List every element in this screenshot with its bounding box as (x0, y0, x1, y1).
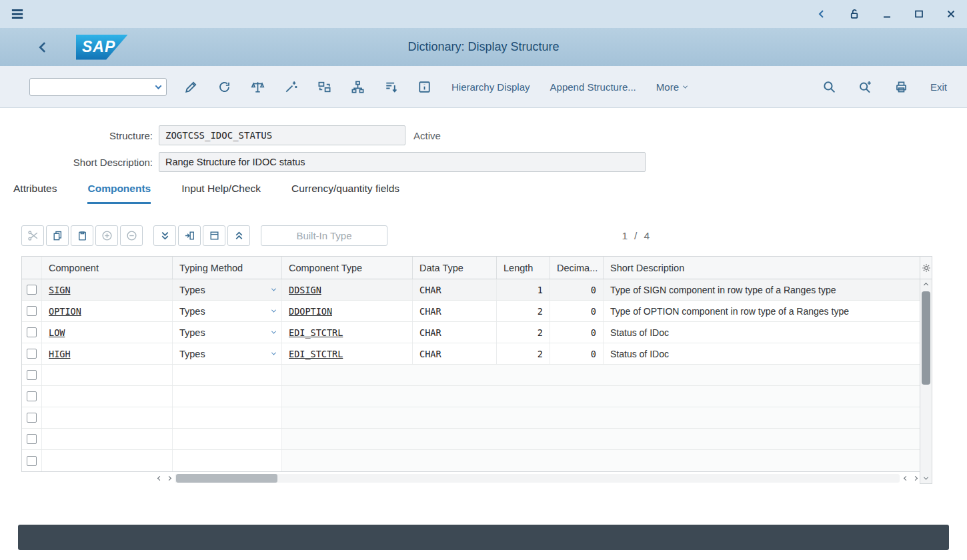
search-icon[interactable] (822, 80, 836, 94)
component-link[interactable]: HIGH (49, 349, 71, 359)
column-header-length[interactable]: Length (497, 257, 550, 279)
row-checkbox[interactable] (27, 434, 37, 444)
row-checkbox[interactable] (27, 370, 37, 380)
append-structure-button[interactable]: Append Structure... (550, 81, 636, 93)
header-back-icon[interactable] (36, 41, 49, 54)
component-link[interactable]: LOW (49, 327, 65, 338)
hscroll-left-icon[interactable] (155, 477, 164, 480)
paste-icon[interactable] (71, 225, 93, 246)
hscroll-left-end-icon[interactable] (901, 477, 910, 480)
tab-currency-quantity-fields[interactable]: Currency/quantity fields (291, 183, 399, 204)
row-checkbox[interactable] (27, 306, 37, 316)
structure-label: Structure: (0, 130, 159, 141)
print-icon[interactable] (894, 80, 908, 94)
hscroll-track[interactable] (175, 474, 900, 483)
column-header-component[interactable]: Component (42, 257, 173, 279)
more-label: More (656, 81, 679, 93)
select-layout-icon[interactable] (203, 225, 225, 246)
delete-row-icon[interactable] (120, 225, 143, 246)
component-link[interactable]: OPTION (49, 306, 81, 317)
column-header-decimals[interactable]: Decima... (550, 257, 604, 279)
hscroll-thumb[interactable] (176, 474, 277, 483)
builtin-type-button[interactable]: Built-In Type (261, 225, 387, 246)
page-indicator: 1 / 4 (622, 230, 650, 242)
decimals-cell: 0 (550, 322, 604, 343)
exit-button[interactable]: Exit (930, 81, 947, 93)
component-type-link[interactable]: DDSIGN (289, 285, 321, 295)
short-description-cell: Type of SIGN component in row type of a … (604, 279, 920, 300)
hierarchy-icon[interactable] (351, 80, 365, 94)
typing-method-value: Types (179, 349, 205, 359)
refresh-icon[interactable] (217, 80, 231, 94)
compare-icon[interactable] (317, 80, 331, 94)
page-up-icon[interactable] (227, 225, 250, 246)
command-field-chevron-down-icon[interactable] (155, 83, 162, 89)
menu-icon[interactable] (11, 7, 24, 21)
table-row-empty (22, 450, 920, 471)
component-link[interactable]: SIGN (49, 285, 71, 295)
page-current: 1 (622, 230, 628, 242)
vscroll-track[interactable] (920, 290, 932, 473)
row-checkbox[interactable] (27, 413, 37, 423)
length-cell: 2 (497, 301, 550, 321)
hscroll-right-end-icon[interactable] (910, 477, 920, 480)
search-plus-icon[interactable] (858, 80, 872, 94)
length-cell: 1 (497, 279, 550, 300)
copy-icon[interactable] (46, 225, 69, 246)
typing-method-value: Types (179, 327, 205, 338)
tab-input-help-check[interactable]: Input Help/Check (181, 183, 261, 204)
insert-row-icon[interactable] (95, 225, 118, 246)
row-checkbox[interactable] (27, 285, 37, 295)
row-checkbox[interactable] (27, 349, 37, 359)
component-type-link[interactable]: EDI_STCTRL (289, 327, 343, 338)
horizontal-scrollbar[interactable] (21, 473, 920, 484)
row-checkbox[interactable] (27, 391, 37, 401)
back-icon[interactable] (816, 9, 827, 19)
info-icon[interactable] (417, 80, 431, 94)
activate-wand-icon[interactable] (284, 80, 298, 94)
typing-method-dropdown[interactable]: Types (173, 322, 282, 343)
typing-method-dropdown[interactable]: Types (173, 279, 282, 300)
insert-line-icon[interactable] (178, 225, 201, 246)
command-field[interactable] (29, 78, 167, 96)
column-header-data-type[interactable]: Data Type (413, 257, 497, 279)
column-header-component-type[interactable]: Component Type (282, 257, 413, 279)
structure-form: Structure: ZOGTCSS_IDOC_STATUS Active Sh… (0, 108, 967, 172)
component-type-link[interactable]: EDI_STCTRL (289, 349, 343, 359)
display-change-icon[interactable] (184, 80, 198, 94)
more-button[interactable]: More (656, 81, 687, 93)
page-total: 4 (644, 230, 650, 242)
short-description-field[interactable]: Range Structure for IDOC status (159, 152, 646, 172)
typing-method-dropdown[interactable]: Types (173, 343, 282, 364)
check-balance-icon[interactable] (251, 80, 265, 94)
select-all-column-header[interactable] (22, 257, 42, 279)
tab-attributes[interactable]: Attributes (13, 183, 57, 204)
column-header-typing-method[interactable]: Typing Method (173, 257, 282, 279)
tab-components[interactable]: Components (87, 183, 151, 204)
data-type-cell: CHAR (413, 322, 497, 343)
component-type-link[interactable]: DDOPTION (289, 306, 332, 317)
structure-field[interactable]: ZOGTCSS_IDOC_STATUS (159, 125, 405, 145)
decimals-cell: 0 (550, 301, 604, 321)
maximize-icon[interactable] (914, 9, 924, 19)
hierarchy-display-button[interactable]: Hierarchy Display (451, 81, 530, 93)
length-cell: 2 (497, 343, 550, 364)
vscroll-down-icon[interactable] (920, 473, 932, 483)
where-used-icon[interactable] (384, 80, 398, 94)
lock-icon[interactable] (848, 8, 860, 20)
cut-icon[interactable] (21, 225, 44, 246)
vscroll-thumb[interactable] (922, 291, 930, 385)
vscroll-up-icon[interactable] (920, 279, 932, 290)
typing-method-value: Types (179, 285, 205, 295)
typing-method-dropdown[interactable]: Types (173, 301, 282, 321)
table-settings-gear-icon[interactable] (920, 257, 932, 279)
tab-strip: Attributes Components Input Help/Check C… (0, 183, 967, 204)
page-down-icon[interactable] (153, 225, 176, 246)
minimize-icon[interactable] (882, 9, 892, 19)
row-checkbox[interactable] (27, 456, 37, 466)
row-checkbox[interactable] (27, 327, 37, 337)
hscroll-right-icon[interactable] (164, 477, 173, 480)
close-icon[interactable] (946, 9, 956, 19)
column-header-short-description[interactable]: Short Description (604, 257, 920, 279)
vertical-scrollbar[interactable] (920, 279, 932, 483)
